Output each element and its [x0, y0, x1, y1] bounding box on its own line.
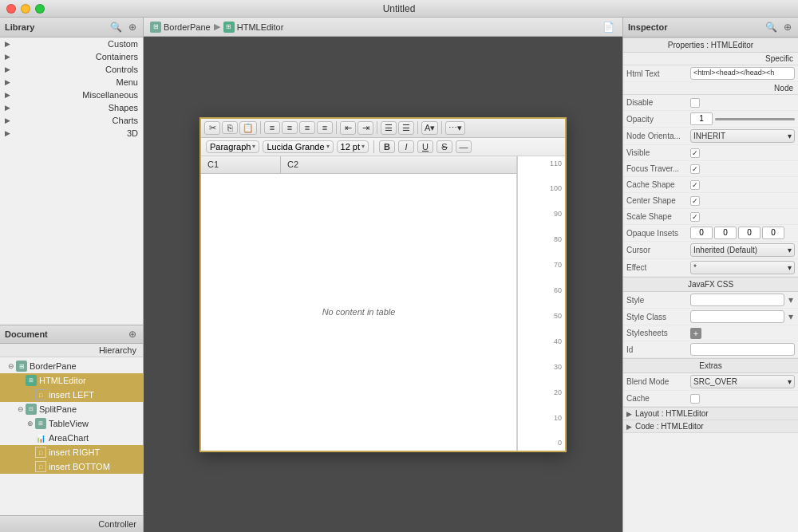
center-shape-checkbox[interactable]	[690, 196, 700, 206]
toolbar-separator	[441, 121, 442, 134]
cache-checkbox[interactable]	[690, 394, 700, 404]
font-select[interactable]: Lucida Grande ▾	[263, 140, 333, 153]
id-input[interactable]	[690, 343, 795, 356]
focus-traversable-checkbox[interactable]	[690, 164, 700, 174]
style-options-icon[interactable]: ▾	[787, 294, 795, 306]
strikethrough-button[interactable]: S	[437, 140, 452, 153]
opaque-insets-inputs: 0 0 0 0	[690, 227, 795, 239]
breadcrumb-htmleditor[interactable]: ⊞ HTMLEditor	[223, 22, 284, 33]
insert-left-icon: □	[35, 389, 46, 400]
library-search-icon[interactable]: 🔍	[109, 21, 124, 33]
tb-cut-button[interactable]: ✂	[204, 121, 220, 135]
underline-button[interactable]: U	[417, 140, 433, 153]
table-body: No content in table	[201, 174, 516, 451]
maximize-button[interactable]	[35, 4, 45, 14]
areachart-icon: 📊	[35, 432, 46, 443]
library-items: ▶ Custom ▶ Containers ▶ Controls ▶ Menu …	[0, 37, 143, 325]
tree-item-splitpane[interactable]: ⊖ ⊟ SplitPane	[0, 402, 143, 416]
style-class-input[interactable]	[690, 310, 784, 323]
tree-item-insert-left[interactable]: □ insert LEFT	[0, 388, 143, 402]
opacity-value[interactable]: 1	[690, 112, 713, 125]
inspector-search-icon[interactable]: 🔍	[764, 21, 779, 33]
document-options-icon[interactable]: ⊕	[127, 328, 138, 341]
cache-shape-checkbox[interactable]	[690, 180, 700, 190]
breadcrumb-htmleditor-icon: ⊞	[223, 22, 235, 33]
inspector-options-icon[interactable]: ⊕	[782, 21, 793, 33]
cursor-select[interactable]: Inherited (Default) ▾	[690, 243, 795, 257]
minimize-button[interactable]	[21, 4, 30, 14]
opaque-insets-right[interactable]: 0	[714, 227, 737, 239]
tb-align-left-button[interactable]: ≡	[264, 121, 280, 134]
opaque-insets-bottom[interactable]: 0	[738, 227, 760, 239]
stylesheets-add-button[interactable]: +	[690, 328, 701, 339]
library-section-shapes[interactable]: ▶ Shapes	[0, 101, 143, 114]
library-section-charts[interactable]: ▶ Charts	[0, 114, 143, 127]
cursor-label: Cursor	[626, 246, 690, 254]
tree-item-insert-right[interactable]: □ insert RIGHT	[0, 445, 143, 459]
tree-item-areachart[interactable]: 📊 AreaChart	[0, 431, 143, 445]
breadcrumb-doc-icon[interactable]: 📄	[601, 21, 616, 33]
tb-indent-button[interactable]: ⇤	[340, 121, 356, 135]
paragraph-select[interactable]: Paragraph ▾	[206, 140, 259, 153]
tb-bullet-list-button[interactable]: ☰	[381, 121, 397, 135]
breadcrumb-right-actions: 📄	[601, 21, 616, 33]
focus-traversable-label: Focus Traver...	[626, 164, 690, 173]
tb-copy-button[interactable]: ⎘	[222, 121, 238, 134]
specific-header: Specific	[623, 53, 798, 65]
tb-outdent-button[interactable]: ⇥	[358, 121, 373, 135]
scale-shape-checkbox[interactable]	[690, 212, 700, 222]
style-input[interactable]	[690, 294, 784, 306]
library-section-menu[interactable]: ▶ Menu	[0, 76, 143, 89]
blend-mode-select[interactable]: SRC_OVER ▾	[690, 375, 795, 388]
library-section-containers[interactable]: ▶ Containers	[0, 50, 143, 63]
canvas-area: ⊞ BorderPane ▶ ⊞ HTMLEditor 📄 ✂ ⎘ 📋	[144, 18, 622, 532]
html-text-input[interactable]: <html><head></head><h	[690, 67, 795, 80]
library-section-controls[interactable]: ▶ Controls	[0, 63, 143, 76]
opaque-insets-top[interactable]: 0	[690, 227, 713, 239]
breadcrumb-separator: ▶	[214, 22, 220, 32]
opacity-slider[interactable]	[715, 118, 795, 120]
tb-number-list-button[interactable]: ☰	[398, 121, 414, 135]
tb-align-justify-button[interactable]: ≡	[317, 121, 333, 134]
tree-item-tableview[interactable]: ⊕ ⊞ TableView	[0, 416, 143, 431]
bold-button[interactable]: B	[379, 140, 395, 153]
tree-item-label: AreaChart	[49, 433, 89, 443]
tree-item-htmleditor[interactable]: ⊞ HTMLEditor	[0, 373, 143, 388]
breadcrumb-bar: ⊞ BorderPane ▶ ⊞ HTMLEditor 📄	[144, 18, 622, 37]
opaque-insets-left[interactable]: 0	[762, 227, 784, 239]
library-section-misc[interactable]: ▶ Miscellaneous	[0, 89, 143, 101]
hr-button[interactable]: —	[456, 140, 472, 153]
tb-align-center-button[interactable]: ≡	[282, 121, 298, 134]
chart-label-60: 60	[554, 286, 562, 294]
tb-color-button[interactable]: A▾	[421, 121, 438, 135]
style-class-options-icon[interactable]: ▾	[787, 310, 795, 323]
disable-checkbox[interactable]	[690, 98, 700, 108]
chart-label-10: 10	[554, 414, 562, 422]
effect-select[interactable]: * ▾	[690, 261, 795, 274]
tree-item-label: insert LEFT	[49, 390, 94, 400]
close-button[interactable]	[6, 4, 16, 14]
code-htmleditor-row[interactable]: ▶ Code : HTMLEditor	[623, 420, 798, 433]
arrow-icon: ▶	[5, 78, 13, 86]
toolbar-separator	[373, 140, 374, 153]
section-label: Controls	[14, 65, 138, 74]
tree-item-borderpane[interactable]: ⊖ ⊞ BorderPane	[0, 359, 143, 373]
library-section-3d[interactable]: ▶ 3D	[0, 127, 143, 140]
breadcrumb-borderpane[interactable]: ⊞ BorderPane	[150, 22, 211, 33]
library-section-custom[interactable]: ▶ Custom	[0, 37, 143, 50]
italic-button[interactable]: I	[398, 140, 414, 153]
id-row: Id	[623, 341, 798, 358]
chart-pane: 110 100 90 80 70 60 50 40 30 20	[517, 156, 565, 451]
node-orientation-select[interactable]: INHERIT ▾	[690, 129, 795, 143]
tb-more-button[interactable]: ⋯▾	[445, 121, 465, 135]
visible-checkbox[interactable]	[690, 148, 700, 158]
library-options-icon[interactable]: ⊕	[127, 21, 138, 33]
tb-align-right-button[interactable]: ≡	[299, 121, 315, 134]
chart-label-20: 20	[554, 388, 562, 396]
inspector-body: Properties : HTMLEditor Specific Html Te…	[623, 37, 798, 532]
tb-paste-button[interactable]: 📋	[239, 121, 257, 135]
size-select[interactable]: 12 pt ▾	[337, 140, 369, 153]
library-title: Library	[5, 22, 34, 32]
layout-htmleditor-row[interactable]: ▶ Layout : HTMLEditor	[623, 408, 798, 420]
tree-item-insert-bottom[interactable]: □ insert BOTTOM	[0, 459, 143, 474]
